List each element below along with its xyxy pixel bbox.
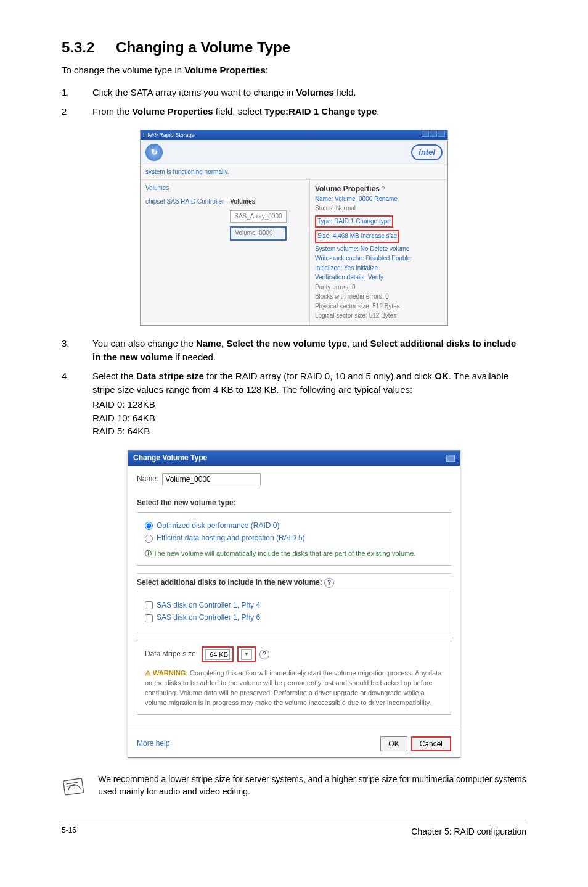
volumes-tree-header: Volumes [145,184,304,193]
controller-label: chipset SAS RAID Controller [145,197,224,241]
close-icon[interactable] [446,455,455,462]
more-help-link[interactable]: More help [137,738,169,749]
info-icon: ⓘ [145,550,152,557]
help-icon[interactable]: ? [324,578,334,588]
prop-name[interactable]: Name: Volume_0000 Rename [315,196,398,202]
raid5-label: Efficient data hosting and protection (R… [157,533,305,543]
prop-initialized[interactable]: Initialized: Yes Initialize [315,265,378,271]
prop-type-change[interactable]: Type: RAID 1 Change type [317,218,391,225]
chapter-label: Chapter 5: RAID configuration [411,825,526,838]
raid0-label: Optimized disk performance (RAID 0) [157,521,279,531]
stripe-dropdown-button[interactable]: ▼ [241,649,252,660]
dialog-title: Change Volume Type [133,453,207,463]
disk1-label: SAS disk on Controller 1, Phy 4 [157,600,260,611]
recommendation-note: We recommend a lower stripe size for ser… [62,773,526,801]
type-hint: The new volume will automatically includ… [153,550,416,557]
typical-raid5: RAID 5: 64KB [92,424,526,438]
disk2-checkbox[interactable] [145,614,153,622]
svg-line-1 [66,782,78,784]
window-controls[interactable] [421,131,445,139]
change-volume-type-dialog: Change Volume Type Name: Select the new … [128,450,460,758]
cancel-button[interactable]: Cancel [411,736,451,751]
prop-writeback[interactable]: Write-back cache: Disabled Enable [315,255,410,262]
name-label: Name: [137,474,158,484]
section-title: Changing a Volume Type [116,39,290,56]
volumes-subhead: Volumes [230,197,286,207]
app-logo-icon: ↻ [145,144,163,161]
intro-text: To change the volume type in Volume Prop… [62,64,526,77]
step-2: 2 From the Volume Properties field, sele… [62,105,526,118]
prop-blocks: Blocks with media errors: 0 [315,292,443,302]
warning-text: ⚠ WARNING: Completing this action will i… [145,669,443,708]
step-list-continued: 3. You can also change the Name, Select … [62,337,526,438]
volume-properties-title: Volume Properties [315,184,380,193]
array-item[interactable]: SAS_Array_0000 [230,210,286,223]
stripe-size-input[interactable] [205,649,230,660]
volume-item-selected[interactable]: Volume_0000 [230,226,286,241]
page-footer: 5-16 Chapter 5: RAID configuration [62,820,526,838]
volume-name-input[interactable] [162,473,261,485]
raid0-radio[interactable] [145,522,153,530]
help-icon[interactable]: ? [259,650,269,659]
prop-physical-sector: Physical sector size: 512 Bytes [315,302,443,311]
intel-logo: intel [411,144,443,161]
note-icon [60,771,89,802]
step-4: 4. Select the Data stripe size for the R… [62,369,526,438]
step-1: 1. Click the SATA array items you want t… [62,86,526,99]
step-list: 1. Click the SATA array items you want t… [62,86,526,119]
typical-raid0: RAID 0: 128KB [92,398,526,411]
disk2-label: SAS disk on Controller 1, Phy 6 [157,613,260,623]
raid5-radio[interactable] [145,535,153,543]
prop-verification[interactable]: Verification details: Verify [315,274,383,281]
page-number: 5-16 [62,825,76,838]
disk1-checkbox[interactable] [145,601,153,609]
note-text: We recommend a lower stripe size for ser… [98,773,526,798]
prop-system-volume[interactable]: System volume: No Delete volume [315,245,409,252]
select-disks-header: Select additional disks to include in th… [137,573,451,592]
select-type-header: Select the new volume type: [137,494,451,512]
stripe-label: Data stripe size: [145,649,198,659]
typical-raid10: RAID 10: 64KB [92,411,526,425]
section-heading: 5.3.2 Changing a Volume Type [62,37,526,59]
help-icon[interactable]: ? [382,186,385,192]
prop-size[interactable]: Size: 4,468 MB Increase size [317,233,398,239]
ok-button[interactable]: OK [380,736,407,751]
step-3: 3. You can also change the Name, Select … [62,337,526,364]
prop-parity: Parity errors: 0 [315,283,443,292]
section-number: 5.3.2 [62,39,94,56]
status-line: system is functioning normally. [141,165,447,180]
svg-rect-0 [63,778,84,795]
volume-properties-screenshot: Intel® Rapid Storage ↻ intel system is f… [140,130,448,326]
prop-logical-sector: Logical sector size: 512 Bytes [315,311,443,321]
window-title: Intel® Rapid Storage [143,131,195,139]
prop-status: Status: Normal [315,204,443,213]
